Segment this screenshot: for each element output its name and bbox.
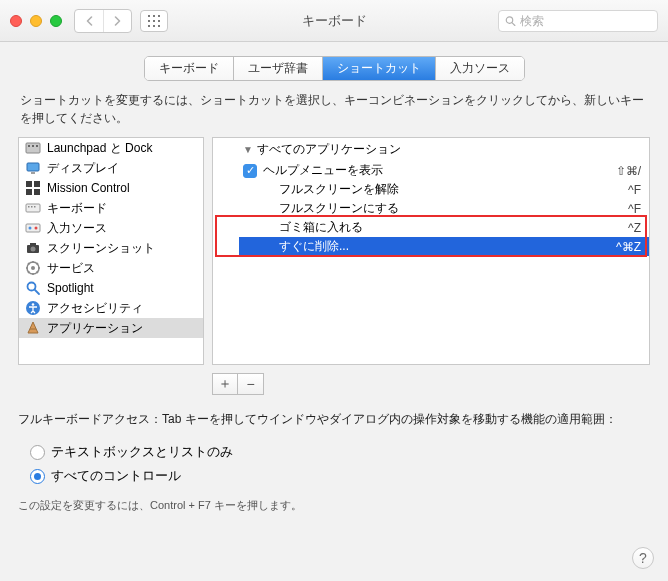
svg-rect-15 <box>27 163 39 171</box>
back-button[interactable] <box>75 10 103 32</box>
svg-rect-17 <box>26 181 32 187</box>
category-label: スクリーンショット <box>47 240 155 257</box>
category-input-sources[interactable]: 入力ソース <box>19 218 203 238</box>
window-controls <box>10 15 62 27</box>
search-input[interactable] <box>520 14 651 28</box>
category-screenshots[interactable]: スクリーンショット <box>19 238 203 258</box>
svg-rect-7 <box>153 25 155 27</box>
shortcut-row[interactable]: ✓ ヘルプメニューを表示 ⇧⌘/ <box>239 161 649 180</box>
svg-point-36 <box>32 303 35 306</box>
svg-rect-25 <box>26 224 40 232</box>
shortcut-row[interactable]: すぐに削除... ^⌘Z <box>239 237 649 256</box>
shortcut-row[interactable]: フルスクリーンにする ^F <box>239 199 649 218</box>
shortcut-key[interactable]: ^F <box>628 202 641 216</box>
shortcut-label: フルスクリーンにする <box>279 200 628 217</box>
svg-line-34 <box>35 290 39 294</box>
search-icon <box>505 15 516 27</box>
svg-rect-16 <box>31 172 35 174</box>
category-services[interactable]: サービス <box>19 258 203 278</box>
input-sources-icon <box>25 220 41 236</box>
screenshot-icon <box>25 240 41 256</box>
add-button[interactable]: ＋ <box>212 373 238 395</box>
category-label: アプリケーション <box>47 320 143 337</box>
shortcut-label: フルスクリーンを解除 <box>279 181 628 198</box>
category-keyboard[interactable]: キーボード <box>19 198 203 218</box>
category-label: 入力ソース <box>47 220 107 237</box>
titlebar: キーボード <box>0 0 668 42</box>
tree-group-label: すべてのアプリケーション <box>257 141 401 158</box>
svg-point-32 <box>31 266 35 270</box>
display-icon <box>25 160 41 176</box>
svg-point-9 <box>506 16 512 22</box>
forward-button[interactable] <box>103 10 131 32</box>
svg-rect-2 <box>158 15 160 17</box>
category-list[interactable]: Launchpad と Dock ディスプレイ Mission Control … <box>18 137 204 365</box>
category-label: Launchpad と Dock <box>47 140 152 157</box>
category-label: ディスプレイ <box>47 160 119 177</box>
category-spotlight[interactable]: Spotlight <box>19 278 203 298</box>
svg-point-29 <box>31 247 36 252</box>
radio-all-controls[interactable]: すべてのコントロール <box>30 464 638 488</box>
svg-rect-6 <box>148 25 150 27</box>
svg-rect-21 <box>26 204 40 212</box>
category-label: Spotlight <box>47 281 94 295</box>
radio-label: すべてのコントロール <box>51 467 181 485</box>
accessibility-icon <box>25 300 41 316</box>
tab-keyboard[interactable]: キーボード <box>145 57 233 80</box>
shortcut-row[interactable]: ゴミ箱に入れる ^Z <box>239 218 649 237</box>
shortcut-label: ヘルプメニューを表示 <box>263 162 616 179</box>
launchpad-icon <box>25 140 41 156</box>
category-display[interactable]: ディスプレイ <box>19 158 203 178</box>
show-all-button[interactable] <box>140 10 168 32</box>
shortcut-key[interactable]: ⇧⌘/ <box>616 164 641 178</box>
category-launchpad-dock[interactable]: Launchpad と Dock <box>19 138 203 158</box>
svg-line-10 <box>512 22 515 25</box>
svg-point-33 <box>28 283 36 291</box>
svg-rect-23 <box>31 206 33 208</box>
window-title: キーボード <box>302 12 367 30</box>
svg-rect-0 <box>148 15 150 17</box>
svg-rect-4 <box>153 20 155 22</box>
svg-rect-11 <box>26 143 40 153</box>
zoom-window-button[interactable] <box>50 15 62 27</box>
shortcut-key[interactable]: ^Z <box>628 221 641 235</box>
shortcut-key[interactable]: ^F <box>628 183 641 197</box>
category-applications[interactable]: アプリケーション <box>19 318 203 338</box>
radio-label: テキストボックスとリストのみ <box>51 443 233 461</box>
shortcut-checkbox[interactable]: ✓ <box>243 164 257 178</box>
svg-point-27 <box>35 227 38 230</box>
svg-rect-8 <box>158 25 160 27</box>
category-label: Mission Control <box>47 181 130 195</box>
category-label: アクセシビリティ <box>47 300 143 317</box>
category-accessibility[interactable]: アクセシビリティ <box>19 298 203 318</box>
minimize-window-button[interactable] <box>30 15 42 27</box>
category-mission-control[interactable]: Mission Control <box>19 178 203 198</box>
tree-group-all-applications[interactable]: ▼ すべてのアプリケーション <box>213 138 649 161</box>
svg-rect-22 <box>28 206 30 208</box>
services-icon <box>25 260 41 276</box>
shortcuts-tree[interactable]: ▼ すべてのアプリケーション ✓ ヘルプメニューを表示 ⇧⌘/ フルスクリーンを… <box>212 137 650 365</box>
svg-rect-13 <box>32 145 34 147</box>
svg-rect-5 <box>158 20 160 22</box>
nav-back-forward <box>74 9 132 33</box>
close-window-button[interactable] <box>10 15 22 27</box>
keyboard-access-note: この設定を変更するには、Control + F7 キーを押します。 <box>0 494 668 517</box>
shortcut-row[interactable]: フルスクリーンを解除 ^F <box>239 180 649 199</box>
svg-rect-3 <box>148 20 150 22</box>
shortcut-key[interactable]: ^⌘Z <box>616 240 641 254</box>
shortcut-label: ゴミ箱に入れる <box>279 219 628 236</box>
tab-input-sources[interactable]: 入力ソース <box>435 57 524 80</box>
full-keyboard-access-options: テキストボックスとリストのみ すべてのコントロール <box>0 434 668 494</box>
help-button[interactable]: ? <box>632 547 654 569</box>
instruction-text: ショートカットを変更するには、ショートカットを選択し、キーコンビネーションをクリ… <box>0 91 668 137</box>
search-field[interactable] <box>498 10 658 32</box>
radio-button[interactable] <box>30 445 45 460</box>
tab-shortcuts[interactable]: ショートカット <box>322 57 435 80</box>
remove-button[interactable]: − <box>238 373 264 395</box>
tab-user-dictionary[interactable]: ユーザ辞書 <box>233 57 322 80</box>
radio-text-lists-only[interactable]: テキストボックスとリストのみ <box>30 440 638 464</box>
radio-button[interactable] <box>30 469 45 484</box>
shortcut-label: すぐに削除... <box>279 238 616 255</box>
svg-rect-30 <box>30 243 36 246</box>
disclosure-triangle-icon[interactable]: ▼ <box>243 144 253 155</box>
